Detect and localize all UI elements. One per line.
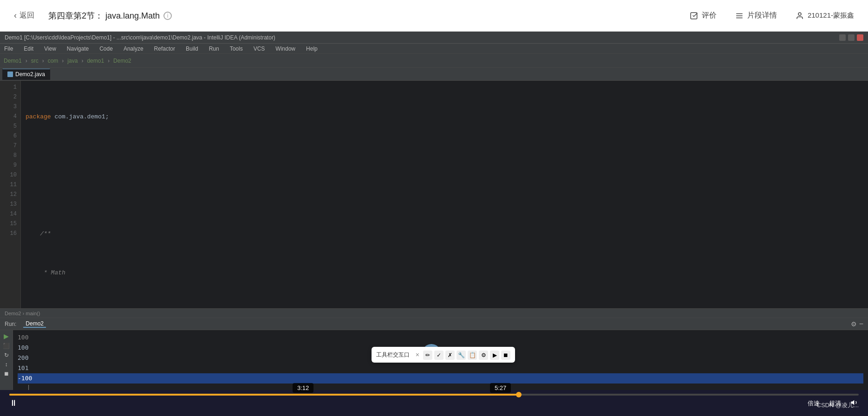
code-line-4: /** <box>26 229 868 239</box>
line-numbers: 1 2 3 4 5 6 7 8 9 10 11 12 13 14 15 16 <box>0 81 21 308</box>
ft-btn-4[interactable]: 🔧 <box>457 351 466 360</box>
code-lines: package com.java.demo1; /** * Math */ ▶ <box>21 81 868 308</box>
menu-navigate[interactable]: Navigate <box>65 46 91 52</box>
user-info: 210121-蒙振鑫 <box>796 11 854 20</box>
ide-toolbar: Demo1 › src › com › java › demo1 › Demo2 <box>0 54 868 68</box>
menu-edit[interactable]: Edit <box>22 46 35 52</box>
output-line-3: 101 <box>18 363 863 373</box>
video-controls-bottom: ⏸ 倍速 超清 <box>9 396 859 411</box>
breadcrumb-src[interactable]: src <box>31 58 39 64</box>
breadcrumb-demo1[interactable]: Demo1 <box>4 58 22 64</box>
menu-view[interactable]: View <box>42 46 58 52</box>
segment-button[interactable]: 片段详情 <box>735 11 777 20</box>
user-icon <box>796 12 804 20</box>
menu-help[interactable]: Help <box>304 46 320 52</box>
progress-fill <box>9 394 519 396</box>
ft-btn-3[interactable]: ✗ <box>445 351 455 360</box>
close-button[interactable] <box>857 34 863 41</box>
code-line-2 <box>26 151 868 161</box>
window-controls <box>839 34 863 41</box>
end-time-badge: 5:27 <box>490 384 511 392</box>
menu-build[interactable]: Build <box>184 46 200 52</box>
run-label: Run: <box>5 321 16 327</box>
current-time-badge: 3:12 <box>293 384 313 392</box>
run-panel-header: Run: Demo2 ⚙ − <box>0 318 868 330</box>
code-editor[interactable]: 1 2 3 4 5 6 7 8 9 10 11 12 13 14 15 16 <box>0 81 868 308</box>
editor-breadcrumb: Demo2 › main() <box>0 308 868 318</box>
run-panel-tools: ⚙ − <box>851 320 863 328</box>
run-play-button[interactable]: ▶ <box>4 332 9 340</box>
run-tab-demo2[interactable]: Demo2 <box>23 320 46 328</box>
ide-tabs: Demo2.java <box>0 68 868 81</box>
output-line-scroll: 100 <box>18 332 863 343</box>
breadcrumb-demo2[interactable]: Demo2 <box>113 58 131 64</box>
svg-rect-0 <box>691 13 697 19</box>
menu-tools[interactable]: Tools <box>228 46 245 52</box>
minimize-button[interactable] <box>839 34 846 41</box>
run-tool-3[interactable]: ↕ <box>5 361 8 368</box>
progress-bar[interactable] <box>9 394 859 396</box>
back-label: 返回 <box>20 11 34 20</box>
ft-btn-5[interactable]: 📋 <box>468 351 477 360</box>
breadcrumb-java[interactable]: java <box>67 58 78 64</box>
run-tool-2[interactable]: ↻ <box>4 352 9 358</box>
ft-btn-7[interactable]: ▶ <box>490 351 499 360</box>
menu-window[interactable]: Window <box>274 46 297 52</box>
close-run-icon[interactable]: − <box>859 320 863 328</box>
rating-button[interactable]: 评价 <box>690 11 717 20</box>
breadcrumb-com[interactable]: com <box>48 58 59 64</box>
ide-menubar: File Edit View Navigate Code Analyze Ref… <box>0 44 868 54</box>
rating-icon <box>690 12 698 20</box>
code-line-5: * Math <box>26 268 868 278</box>
menu-code[interactable]: Code <box>98 46 115 52</box>
play-pause-button[interactable]: ⏸ <box>9 398 18 408</box>
ide-title: Demo1 [C:\Users\cdd\IdeaProjects\Demo1] … <box>5 34 275 41</box>
page-title: 第四章第2节： java.lang.Math i <box>48 10 172 21</box>
menu-run[interactable]: Run <box>207 46 221 52</box>
ft-close-button[interactable]: × <box>416 351 419 358</box>
ft-btn-8[interactable]: ⏹ <box>501 351 510 360</box>
progress-thumb[interactable] <box>516 392 522 397</box>
code-line-3 <box>26 190 868 200</box>
ide-titlebar: Demo1 [C:\Users\cdd\IdeaProjects\Demo1] … <box>0 32 868 44</box>
code-line-1: package com.java.demo1; <box>26 112 868 122</box>
output-line-4: -100 <box>18 373 863 384</box>
menu-vcs[interactable]: VCS <box>252 46 267 52</box>
java-file-icon <box>7 72 13 77</box>
menu-analyze[interactable]: Analyze <box>122 46 145 52</box>
back-button[interactable]: ‹ 返回 <box>14 11 34 20</box>
ft-title: 工具栏交互口 <box>376 351 410 359</box>
video-controls: 3:12 5:27 ⏸ 倍速 超清 <box>0 390 868 416</box>
menu-file[interactable]: File <box>2 46 15 52</box>
top-nav: ‹ 返回 第四章第2节： java.lang.Math i 评价 片段详情 21… <box>0 0 868 32</box>
ft-btn-6[interactable]: ⚙ <box>479 351 488 360</box>
nav-right: 评价 片段详情 210121-蒙振鑫 <box>690 11 854 20</box>
breadcrumb-demo1-pkg[interactable]: demo1 <box>87 58 104 64</box>
info-icon[interactable]: i <box>163 12 172 20</box>
menu-refactor[interactable]: Refactor <box>152 46 177 52</box>
svg-point-4 <box>798 13 801 15</box>
run-tool-4[interactable]: ⏹ <box>4 370 9 377</box>
ft-btn-1[interactable]: ✏ <box>423 351 432 360</box>
csdn-watermark: CSDN @凌儿... <box>817 401 859 410</box>
segment-icon <box>735 12 744 20</box>
settings-icon[interactable]: ⚙ <box>851 320 857 328</box>
maximize-button[interactable] <box>848 34 855 41</box>
tab-demo2-java[interactable]: Demo2.java <box>2 69 50 80</box>
run-tool-1[interactable]: ⬛ <box>3 343 10 349</box>
floating-toolbar: 工具栏交互口 × ✏ ✓ ✗ 🔧 📋 ⚙ ▶ ⏹ <box>372 347 515 363</box>
back-arrow-icon: ‹ <box>14 11 17 20</box>
ft-btn-2[interactable]: ✓ <box>434 351 444 360</box>
code-line-6: */ <box>26 307 868 308</box>
